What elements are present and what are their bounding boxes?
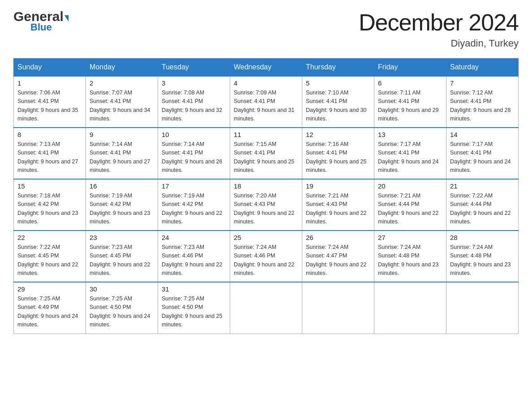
sunrise-label: Sunrise: 7:24 AM: [306, 244, 348, 250]
sunset-label: Sunset: 4:41 PM: [162, 98, 203, 104]
table-row: 7 Sunrise: 7:12 AM Sunset: 4:41 PM Dayli…: [446, 76, 519, 128]
day-info: Sunrise: 7:06 AM Sunset: 4:41 PM Dayligh…: [17, 89, 82, 124]
day-number: 23: [90, 234, 154, 241]
sunset-label: Sunset: 4:41 PM: [17, 98, 59, 104]
day-info: Sunrise: 7:18 AM Sunset: 4:42 PM Dayligh…: [17, 192, 82, 227]
day-number: 24: [162, 234, 226, 241]
sunset-label: Sunset: 4:41 PM: [450, 98, 491, 104]
sunset-label: Sunset: 4:43 PM: [234, 201, 275, 207]
sunrise-label: Sunrise: 7:25 AM: [90, 295, 132, 302]
daylight-label: Daylight: 9 hours and 22 minutes.: [162, 210, 223, 225]
table-row: 29 Sunrise: 7:25 AM Sunset: 4:49 PM Dayl…: [14, 282, 86, 334]
sunset-label: Sunset: 4:41 PM: [306, 150, 347, 156]
day-info: Sunrise: 7:10 AM Sunset: 4:41 PM Dayligh…: [306, 89, 370, 124]
calendar-week-row: 8 Sunrise: 7:13 AM Sunset: 4:41 PM Dayli…: [14, 128, 519, 179]
table-row: 23 Sunrise: 7:23 AM Sunset: 4:45 PM Dayl…: [86, 231, 158, 282]
sunrise-label: Sunrise: 7:23 AM: [162, 244, 204, 250]
day-info: Sunrise: 7:20 AM Sunset: 4:43 PM Dayligh…: [234, 192, 298, 227]
col-monday: Monday: [86, 59, 158, 77]
day-number: 31: [162, 285, 226, 293]
col-sunday: Sunday: [14, 59, 86, 77]
daylight-label: Daylight: 9 hours and 22 minutes.: [378, 210, 439, 225]
sunrise-label: Sunrise: 7:11 AM: [378, 90, 420, 96]
sunrise-label: Sunrise: 7:20 AM: [234, 193, 276, 199]
day-number: 15: [17, 182, 82, 190]
col-tuesday: Tuesday: [158, 59, 230, 77]
daylight-label: Daylight: 9 hours and 29 minutes.: [378, 107, 439, 122]
table-row: [230, 282, 302, 334]
sunset-label: Sunset: 4:41 PM: [90, 98, 131, 104]
daylight-label: Daylight: 9 hours and 22 minutes.: [234, 210, 295, 225]
daylight-label: Daylight: 9 hours and 30 minutes.: [306, 107, 367, 122]
sunrise-label: Sunrise: 7:17 AM: [378, 141, 420, 147]
sunset-label: Sunset: 4:44 PM: [378, 201, 419, 207]
sunrise-label: Sunrise: 7:23 AM: [90, 244, 132, 250]
day-info: Sunrise: 7:13 AM Sunset: 4:41 PM Dayligh…: [17, 140, 82, 175]
calendar-header-row: Sunday Monday Tuesday Wednesday Thursday…: [14, 59, 519, 77]
daylight-label: Daylight: 9 hours and 24 minutes.: [90, 313, 150, 328]
sunrise-label: Sunrise: 7:14 AM: [162, 141, 204, 147]
logo-triangle-icon: [64, 15, 69, 21]
table-row: 11 Sunrise: 7:15 AM Sunset: 4:41 PM Dayl…: [230, 128, 302, 179]
day-number: 16: [90, 182, 154, 190]
col-wednesday: Wednesday: [230, 59, 302, 77]
calendar-week-row: 29 Sunrise: 7:25 AM Sunset: 4:49 PM Dayl…: [14, 282, 519, 334]
daylight-label: Daylight: 9 hours and 32 minutes.: [162, 107, 223, 122]
location-text: Diyadin, Turkey: [359, 38, 519, 49]
col-friday: Friday: [374, 59, 446, 77]
daylight-label: Daylight: 9 hours and 22 minutes.: [17, 261, 78, 276]
table-row: 8 Sunrise: 7:13 AM Sunset: 4:41 PM Dayli…: [14, 128, 86, 179]
day-info: Sunrise: 7:15 AM Sunset: 4:41 PM Dayligh…: [234, 140, 298, 175]
table-row: 14 Sunrise: 7:17 AM Sunset: 4:41 PM Dayl…: [446, 128, 519, 179]
day-info: Sunrise: 7:17 AM Sunset: 4:41 PM Dayligh…: [450, 140, 515, 175]
day-number: 29: [17, 285, 82, 293]
sunset-label: Sunset: 4:46 PM: [234, 253, 275, 259]
daylight-label: Daylight: 9 hours and 22 minutes.: [90, 261, 150, 276]
day-number: 28: [450, 234, 515, 241]
table-row: 9 Sunrise: 7:14 AM Sunset: 4:41 PM Dayli…: [86, 128, 158, 179]
sunset-label: Sunset: 4:41 PM: [378, 150, 419, 156]
day-info: Sunrise: 7:24 AM Sunset: 4:48 PM Dayligh…: [450, 243, 515, 278]
table-row: 3 Sunrise: 7:08 AM Sunset: 4:41 PM Dayli…: [158, 76, 230, 128]
day-number: 5: [306, 79, 370, 87]
day-number: 21: [450, 182, 515, 190]
daylight-label: Daylight: 9 hours and 22 minutes.: [306, 261, 367, 276]
day-number: 4: [234, 79, 298, 87]
daylight-label: Daylight: 9 hours and 35 minutes.: [17, 107, 78, 122]
daylight-label: Daylight: 9 hours and 23 minutes.: [17, 210, 78, 225]
day-number: 3: [162, 79, 226, 87]
daylight-label: Daylight: 9 hours and 22 minutes.: [450, 210, 511, 225]
sunrise-label: Sunrise: 7:13 AM: [17, 141, 60, 147]
day-number: 9: [90, 131, 154, 138]
sunrise-label: Sunrise: 7:19 AM: [90, 193, 132, 199]
calendar-table: Sunday Monday Tuesday Wednesday Thursday…: [13, 58, 519, 334]
day-number: 6: [378, 79, 442, 87]
day-number: 7: [450, 79, 515, 87]
day-info: Sunrise: 7:21 AM Sunset: 4:43 PM Dayligh…: [306, 192, 370, 227]
month-title: December 2024: [359, 9, 519, 36]
sunrise-label: Sunrise: 7:07 AM: [90, 90, 132, 96]
sunset-label: Sunset: 4:41 PM: [162, 150, 203, 156]
sunrise-label: Sunrise: 7:12 AM: [450, 90, 493, 96]
day-number: 18: [234, 182, 298, 190]
daylight-label: Daylight: 9 hours and 23 minutes.: [450, 261, 511, 276]
table-row: 10 Sunrise: 7:14 AM Sunset: 4:41 PM Dayl…: [158, 128, 230, 179]
table-row: [446, 282, 519, 334]
sunrise-label: Sunrise: 7:15 AM: [234, 141, 276, 147]
sunset-label: Sunset: 4:41 PM: [234, 98, 275, 104]
table-row: 6 Sunrise: 7:11 AM Sunset: 4:41 PM Dayli…: [374, 76, 446, 128]
sunrise-label: Sunrise: 7:17 AM: [450, 141, 493, 147]
sunset-label: Sunset: 4:44 PM: [450, 201, 491, 207]
calendar-week-row: 22 Sunrise: 7:22 AM Sunset: 4:45 PM Dayl…: [14, 231, 519, 282]
daylight-label: Daylight: 9 hours and 23 minutes.: [90, 210, 150, 225]
table-row: 4 Sunrise: 7:09 AM Sunset: 4:41 PM Dayli…: [230, 76, 302, 128]
sunset-label: Sunset: 4:46 PM: [162, 253, 203, 259]
sunrise-label: Sunrise: 7:16 AM: [306, 141, 348, 147]
daylight-label: Daylight: 9 hours and 25 minutes.: [234, 158, 295, 173]
calendar-week-row: 15 Sunrise: 7:18 AM Sunset: 4:42 PM Dayl…: [14, 179, 519, 231]
sunrise-label: Sunrise: 7:25 AM: [162, 295, 204, 302]
sunset-label: Sunset: 4:41 PM: [234, 150, 275, 156]
day-info: Sunrise: 7:11 AM Sunset: 4:41 PM Dayligh…: [378, 89, 442, 124]
sunset-label: Sunset: 4:42 PM: [90, 201, 131, 207]
daylight-label: Daylight: 9 hours and 24 minutes.: [450, 158, 511, 173]
